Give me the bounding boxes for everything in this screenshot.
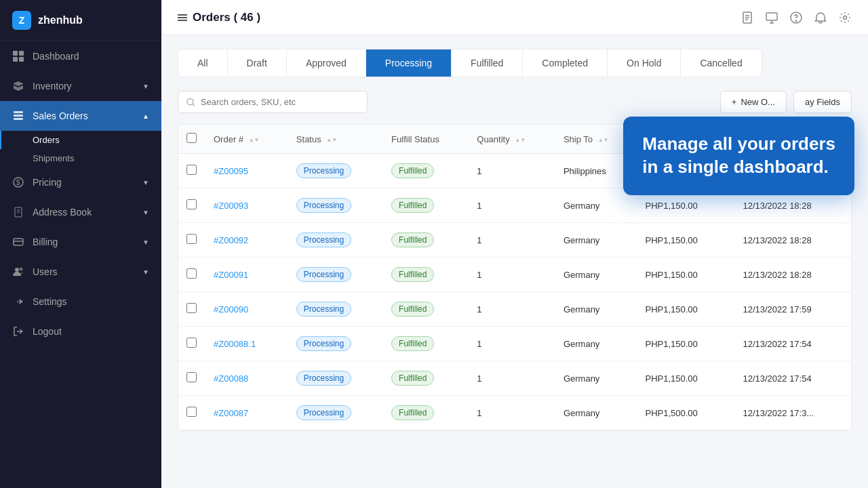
plus-icon: +	[732, 97, 737, 107]
sidebar-item-label-address-book: Address Book	[33, 207, 92, 218]
settings-icon	[12, 296, 24, 308]
row-order-num: #Z00088.1	[205, 327, 288, 361]
logo-area[interactable]: Z zhenhub	[0, 0, 161, 41]
sidebar-item-label-users: Users	[33, 266, 58, 277]
help-icon[interactable]	[789, 11, 803, 24]
sidebar-sub-orders[interactable]: Orders	[0, 131, 161, 149]
svg-point-25	[844, 16, 847, 19]
row-ship-to: Germany	[555, 258, 637, 292]
row-quantity: 1	[469, 188, 555, 223]
svg-point-26	[187, 98, 193, 104]
sort-icon-ship-to: ▲▼	[598, 137, 609, 143]
row-checkbox[interactable]	[186, 234, 197, 244]
row-checkbox[interactable]	[186, 199, 197, 209]
tab-completed[interactable]: Completed	[523, 49, 608, 77]
order-link[interactable]: #Z00088	[214, 373, 248, 384]
row-order-num: #Z00088	[205, 361, 288, 396]
sidebar-item-pricing[interactable]: $ Pricing ▼	[0, 167, 161, 197]
row-checkbox-cell	[178, 188, 205, 223]
order-link[interactable]: #Z00095	[214, 166, 248, 176]
row-checkbox[interactable]	[186, 303, 197, 313]
topbar-left: Orders ( 46 )	[178, 11, 260, 24]
row-checkbox[interactable]	[186, 268, 197, 279]
sidebar-item-users[interactable]: Users ▼	[0, 257, 161, 287]
sidebar-item-billing[interactable]: Billing ▼	[0, 227, 161, 257]
sidebar-item-settings[interactable]: Settings	[0, 287, 161, 317]
search-box[interactable]	[178, 91, 368, 113]
sidebar-item-address-book[interactable]: Address Book ▼	[0, 197, 161, 227]
svg-rect-1	[19, 51, 24, 56]
fulfill-status-badge: Fulfilled	[391, 232, 434, 247]
row-checkbox-cell	[178, 396, 205, 430]
sort-icon-status: ▲▼	[326, 137, 337, 143]
row-checkbox[interactable]	[186, 372, 197, 382]
row-checkbox-cell	[178, 361, 205, 396]
order-link[interactable]: #Z00091	[214, 270, 248, 280]
toolbar-right: + New O... ay Fields	[720, 91, 852, 113]
header-order-num[interactable]: Order # ▲▼	[205, 125, 288, 154]
fulfill-status-badge: Fulfilled	[391, 198, 434, 213]
status-badge: Processing	[296, 371, 351, 386]
tab-cancelled[interactable]: Cancelled	[681, 49, 761, 77]
table-toolbar: + New O... ay Fields	[178, 91, 852, 113]
row-checkbox-cell	[178, 223, 205, 258]
table-row: #Z00088 Processing Fulfilled 1 Germany P…	[178, 361, 851, 396]
new-order-button[interactable]: + New O...	[720, 91, 787, 113]
search-input[interactable]	[201, 97, 359, 107]
sort-icon-quantity: ▲▼	[515, 137, 526, 143]
sidebar-sub-label-orders: Orders	[33, 135, 60, 145]
sidebar-sub-shipments[interactable]: Shipments	[0, 149, 161, 167]
fulfill-status-badge: Fulfilled	[391, 336, 434, 351]
order-link[interactable]: #Z00090	[214, 304, 248, 314]
order-link[interactable]: #Z00087	[214, 408, 248, 418]
header-quantity[interactable]: Quantity ▲▼	[469, 125, 555, 154]
logo-text: zhenhub	[38, 14, 83, 26]
tab-all[interactable]: All	[178, 49, 228, 77]
display-fields-button[interactable]: ay Fields	[793, 91, 852, 113]
row-fulfill-status: Fulfilled	[383, 188, 469, 223]
row-quantity: 1	[469, 258, 555, 292]
status-badge: Processing	[296, 267, 351, 282]
header-fulfill-status: Fulfill Status	[383, 125, 469, 154]
tab-fulfilled[interactable]: Fulfilled	[452, 49, 523, 77]
row-checkbox[interactable]	[186, 338, 197, 348]
tab-on-hold[interactable]: On Hold	[608, 49, 681, 77]
logout-icon	[12, 325, 24, 338]
monitor-icon[interactable]	[765, 11, 778, 24]
gear-icon[interactable]	[838, 11, 852, 24]
menu-icon	[178, 14, 187, 21]
row-ship-to: Germany	[555, 361, 637, 396]
users-icon	[12, 266, 24, 278]
document-icon[interactable]	[741, 11, 754, 24]
header-status[interactable]: Status ▲▼	[288, 125, 383, 154]
order-link[interactable]: #Z00088.1	[214, 339, 256, 349]
tab-processing[interactable]: Processing	[366, 49, 452, 77]
row-checkbox[interactable]	[186, 407, 197, 417]
row-status: Processing	[288, 258, 383, 292]
order-link[interactable]: #Z00092	[214, 235, 248, 245]
order-link[interactable]: #Z00093	[214, 201, 248, 211]
bell-icon[interactable]	[814, 11, 827, 24]
svg-text:$: $	[16, 179, 20, 186]
table-row: #Z00091 Processing Fulfilled 1 Germany P…	[178, 258, 851, 292]
pricing-chevron: ▼	[142, 179, 149, 186]
row-fulfill-status: Fulfilled	[383, 327, 469, 361]
tab-draft[interactable]: Draft	[228, 49, 287, 77]
pricing-icon: $	[12, 176, 24, 188]
row-fulfill-status: Fulfilled	[383, 292, 469, 327]
address-book-chevron: ▼	[142, 209, 149, 216]
select-all-checkbox[interactable]	[186, 133, 197, 143]
sales-orders-icon	[12, 110, 24, 122]
sidebar-item-inventory[interactable]: Inventory ▼	[0, 71, 161, 101]
row-checkbox[interactable]	[186, 165, 197, 175]
sidebar-item-logout[interactable]: Logout	[0, 317, 161, 346]
row-fulfill-status: Fulfilled	[383, 223, 469, 258]
new-order-label: New O...	[741, 97, 775, 107]
row-created: 12/13/2022 18:28	[734, 258, 851, 292]
row-created: 12/13/2022 17:54	[734, 361, 851, 396]
sidebar-item-dashboard[interactable]: Dashboard	[0, 41, 161, 71]
sidebar-item-sales-orders[interactable]: Sales Orders ▲	[0, 101, 161, 131]
tab-approved[interactable]: Approved	[287, 49, 366, 77]
row-ship-to: Germany	[555, 223, 637, 258]
svg-rect-20	[766, 13, 777, 20]
